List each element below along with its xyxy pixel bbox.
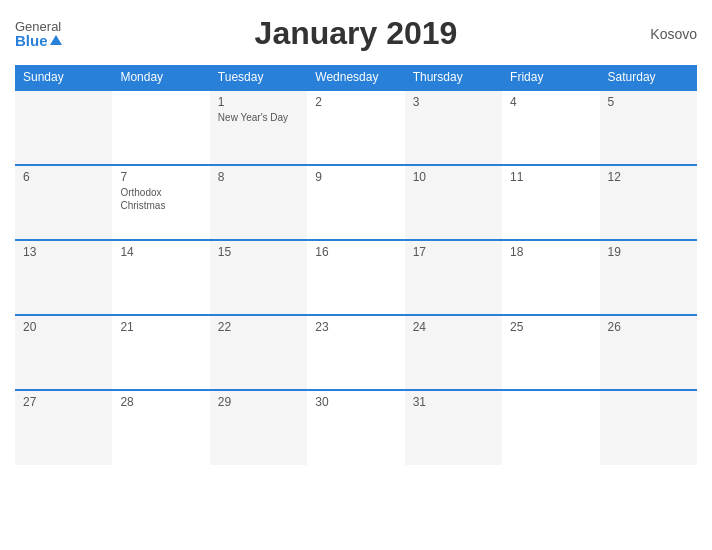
calendar-cell: 4 [502,90,599,165]
weekday-header-row: SundayMondayTuesdayWednesdayThursdayFrid… [15,65,697,90]
weekday-header-sunday: Sunday [15,65,112,90]
week-row-2: 13141516171819 [15,240,697,315]
calendar-container: General Blue January 2019 Kosovo SundayM… [0,0,712,550]
calendar-cell: 8 [210,165,307,240]
calendar-cell: 20 [15,315,112,390]
day-number: 6 [23,170,104,184]
calendar-cell: 31 [405,390,502,465]
day-number: 28 [120,395,201,409]
calendar-cell: 3 [405,90,502,165]
calendar-cell: 19 [600,240,697,315]
day-number: 4 [510,95,591,109]
calendar-cell: 23 [307,315,404,390]
weekday-header-tuesday: Tuesday [210,65,307,90]
day-number: 15 [218,245,299,259]
day-number: 19 [608,245,689,259]
logo: General Blue [15,20,62,48]
day-number: 25 [510,320,591,334]
calendar-title: January 2019 [255,15,458,52]
calendar-cell: 15 [210,240,307,315]
calendar-cell: 29 [210,390,307,465]
day-number: 22 [218,320,299,334]
calendar-cell [600,390,697,465]
day-number: 16 [315,245,396,259]
calendar-cell: 24 [405,315,502,390]
calendar-cell: 7Orthodox Christmas [112,165,209,240]
day-number: 29 [218,395,299,409]
day-number: 23 [315,320,396,334]
day-number: 18 [510,245,591,259]
country-label: Kosovo [650,26,697,42]
day-number: 8 [218,170,299,184]
calendar-cell: 17 [405,240,502,315]
week-row-3: 20212223242526 [15,315,697,390]
calendar-cell: 9 [307,165,404,240]
holiday-label: Orthodox Christmas [120,186,201,212]
weekday-header-saturday: Saturday [600,65,697,90]
calendar-table: SundayMondayTuesdayWednesdayThursdayFrid… [15,65,697,465]
day-number: 2 [315,95,396,109]
calendar-cell: 2 [307,90,404,165]
calendar-cell: 1New Year's Day [210,90,307,165]
calendar-cell [502,390,599,465]
weekday-header-friday: Friday [502,65,599,90]
calendar-cell: 12 [600,165,697,240]
weekday-header-monday: Monday [112,65,209,90]
day-number: 5 [608,95,689,109]
day-number: 27 [23,395,104,409]
calendar-cell: 14 [112,240,209,315]
logo-blue-row: Blue [15,33,62,48]
week-row-1: 67Orthodox Christmas89101112 [15,165,697,240]
calendar-cell: 27 [15,390,112,465]
logo-blue-text: Blue [15,33,48,48]
holiday-label: New Year's Day [218,111,299,124]
week-row-4: 2728293031 [15,390,697,465]
day-number: 1 [218,95,299,109]
calendar-cell: 18 [502,240,599,315]
day-number: 12 [608,170,689,184]
day-number: 7 [120,170,201,184]
day-number: 3 [413,95,494,109]
weekday-header-wednesday: Wednesday [307,65,404,90]
calendar-cell: 6 [15,165,112,240]
calendar-cell: 30 [307,390,404,465]
day-number: 26 [608,320,689,334]
day-number: 17 [413,245,494,259]
logo-triangle-icon [50,35,62,45]
day-number: 14 [120,245,201,259]
day-number: 30 [315,395,396,409]
calendar-cell: 10 [405,165,502,240]
calendar-header: General Blue January 2019 Kosovo [15,10,697,57]
calendar-cell: 28 [112,390,209,465]
calendar-cell: 21 [112,315,209,390]
calendar-cell: 11 [502,165,599,240]
calendar-cell: 26 [600,315,697,390]
day-number: 20 [23,320,104,334]
day-number: 13 [23,245,104,259]
calendar-cell [112,90,209,165]
calendar-cell: 13 [15,240,112,315]
day-number: 31 [413,395,494,409]
week-row-0: 1New Year's Day2345 [15,90,697,165]
day-number: 24 [413,320,494,334]
day-number: 11 [510,170,591,184]
day-number: 10 [413,170,494,184]
calendar-cell: 16 [307,240,404,315]
calendar-cell: 22 [210,315,307,390]
calendar-cell: 25 [502,315,599,390]
day-number: 9 [315,170,396,184]
calendar-cell: 5 [600,90,697,165]
day-number: 21 [120,320,201,334]
weekday-header-thursday: Thursday [405,65,502,90]
calendar-cell [15,90,112,165]
